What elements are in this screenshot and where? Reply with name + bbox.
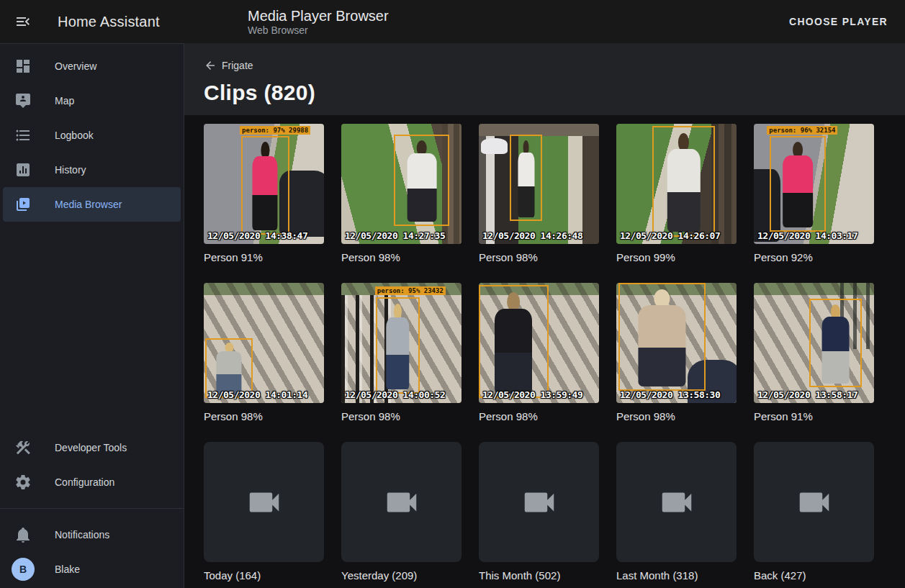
scene-prop (481, 138, 508, 154)
folder-card-yesterday-209[interactable]: Yesterday (209) (341, 442, 461, 588)
clip-thumbnail[interactable]: 12/05/2020 14:26:48 (479, 124, 599, 244)
clip-thumbnail[interactable]: 12/05/2020 13:58:17 (754, 283, 874, 403)
clip-card[interactable]: 12/05/2020 14:26:48 Person 98% (479, 124, 599, 283)
play-box-multiple-icon (14, 196, 32, 213)
breadcrumb-label: Frigate (222, 60, 253, 71)
clip-timestamp: 12/05/2020 13:59:49 (482, 389, 582, 400)
clip-thumbnail[interactable]: 12/05/2020 13:58:30 (616, 283, 737, 403)
sidebar-item-user[interactable]: B Blake (3, 552, 181, 587)
clip-card[interactable]: person: 95% 23432 12/05/2020 14:00:52 Pe… (341, 283, 461, 442)
app-bar-left: Home Assistant (0, 0, 184, 43)
clip-timestamp: 12/05/2020 14:27:35 (345, 230, 445, 241)
clip-thumbnail[interactable]: person: 95% 23432 12/05/2020 14:00:52 (341, 283, 461, 403)
clip-card[interactable]: 12/05/2020 13:59:49 Person 98% (479, 283, 599, 442)
sidebar-footer-items: Developer Tools Configuration (0, 430, 184, 499)
sidebar-item-label: Overview (55, 60, 96, 72)
video-camera-icon (245, 483, 284, 522)
clip-card[interactable]: person: 97% 29988 12/05/2020 14:38:47 Pe… (204, 124, 324, 283)
arrow-left-icon (204, 59, 217, 72)
app-title: Home Assistant (58, 14, 160, 30)
person-figure (518, 140, 534, 217)
clip-card[interactable]: person: 96% 32154 12/05/2020 14:03:17 Pe… (754, 124, 874, 283)
sidebar-main-items: Overview Map Logbook History Media Brows… (0, 49, 184, 222)
clip-caption: Person 98% (479, 251, 599, 266)
clip-thumbnail[interactable]: person: 96% 32154 12/05/2020 14:03:17 (754, 124, 874, 244)
sidebar-item-label: Developer Tools (55, 442, 127, 453)
app-bar: Home Assistant Media Player Browser Web … (0, 0, 905, 43)
clip-timestamp: 12/05/2020 14:38:47 (207, 230, 307, 241)
person-figure (216, 343, 241, 395)
home-assistant-app: Home Assistant Media Player Browser Web … (0, 0, 905, 588)
user-avatar: B (12, 558, 35, 581)
app-bar-main: Media Player Browser Web Browser CHOOSE … (184, 0, 905, 43)
folder-thumbnail[interactable] (754, 442, 874, 562)
sidebar-item-label: Configuration (55, 476, 114, 488)
clip-caption: Person 91% (754, 410, 874, 425)
clip-card[interactable]: 12/05/2020 14:27:35 Person 98% (341, 124, 461, 283)
folder-caption: Back (427) (754, 569, 874, 584)
clip-caption: Person 99% (616, 251, 737, 266)
folder-thumbnail[interactable] (479, 442, 599, 562)
clip-timestamp: 12/05/2020 14:26:48 (482, 230, 582, 241)
folder-card-this-month-502[interactable]: This Month (502) (479, 442, 599, 588)
format-list-bulleted-icon (14, 127, 32, 144)
gear-icon (14, 474, 32, 491)
sidebar-toggle-button[interactable] (14, 13, 32, 30)
chart-box-icon (14, 161, 32, 178)
folder-card-last-month-318[interactable]: Last Month (318) (616, 442, 737, 588)
sidebar-item-notifications[interactable]: Notifications (3, 517, 181, 552)
person-figure (495, 292, 532, 394)
content-header: Frigate Clips (820) (184, 43, 905, 115)
person-figure (639, 289, 685, 386)
sidebar-item-label: Media Browser (55, 199, 122, 210)
video-camera-icon (382, 483, 421, 522)
sidebar-item-developer-tools[interactable]: Developer Tools (3, 430, 181, 465)
media-browser-content: Frigate Clips (820) person: 97% 29988 12… (184, 43, 905, 588)
sidebar-item-media-browser[interactable]: Media Browser (3, 187, 181, 222)
sidebar-item-logbook[interactable]: Logbook (3, 118, 181, 153)
sidebar-item-configuration[interactable]: Configuration (3, 465, 181, 499)
clip-caption: Person 98% (341, 410, 461, 425)
bell-icon (14, 526, 32, 543)
person-figure (253, 142, 278, 230)
folder-thumbnail[interactable] (616, 442, 737, 562)
breadcrumb-back-button[interactable]: Frigate (204, 59, 253, 72)
sidebar-item-label: Notifications (55, 529, 109, 540)
sidebar-item-label: Logbook (55, 130, 94, 141)
video-camera-icon (657, 483, 696, 522)
clip-card[interactable]: 12/05/2020 13:58:17 Person 91% (754, 283, 874, 442)
folder-thumbnail[interactable] (341, 442, 461, 562)
clip-timestamp: 12/05/2020 14:03:17 (757, 230, 857, 241)
person-figure (821, 304, 850, 384)
user-name: Blake (55, 564, 80, 575)
video-camera-icon (795, 483, 834, 522)
detection-bbox (479, 285, 549, 398)
clip-card[interactable]: 12/05/2020 14:26:07 Person 99% (616, 124, 737, 283)
detection-bbox (618, 283, 705, 391)
folder-caption: Last Month (318) (616, 569, 737, 584)
clip-card[interactable]: 12/05/2020 13:58:30 Person 98% (616, 283, 737, 442)
folder-card-back-427[interactable]: Back (427) (754, 442, 874, 588)
clip-thumbnail[interactable]: 12/05/2020 14:01:14 (204, 283, 324, 403)
folder-thumbnail[interactable] (204, 442, 324, 562)
clip-thumbnail[interactable]: 12/05/2020 14:27:35 (341, 124, 461, 244)
folder-card-today-164[interactable]: Today (164) (204, 442, 324, 588)
sidebar-item-map[interactable]: Map (3, 83, 181, 118)
clip-caption: Person 92% (754, 251, 874, 266)
person-figure (387, 304, 409, 389)
sidebar: Overview Map Logbook History Media Brows… (0, 43, 184, 588)
clips-title: Clips (820) (204, 81, 905, 105)
scene-prop (711, 124, 737, 244)
clip-card[interactable]: 12/05/2020 14:01:14 Person 98% (204, 283, 324, 442)
sidebar-item-overview[interactable]: Overview (3, 49, 181, 83)
choose-player-button[interactable]: CHOOSE PLAYER (783, 10, 893, 33)
sidebar-divider (0, 508, 184, 509)
tooltip-account-icon (14, 92, 32, 109)
clip-thumbnail[interactable]: person: 97% 29988 12/05/2020 14:38:47 (204, 124, 324, 244)
detection-label: person: 97% 29988 (240, 126, 310, 135)
sidebar-item-history[interactable]: History (3, 153, 181, 187)
clip-caption: Person 98% (204, 410, 324, 425)
clip-caption: Person 91% (204, 251, 324, 266)
clip-thumbnail[interactable]: 12/05/2020 13:59:49 (479, 283, 599, 403)
clip-thumbnail[interactable]: 12/05/2020 14:26:07 (616, 124, 737, 244)
